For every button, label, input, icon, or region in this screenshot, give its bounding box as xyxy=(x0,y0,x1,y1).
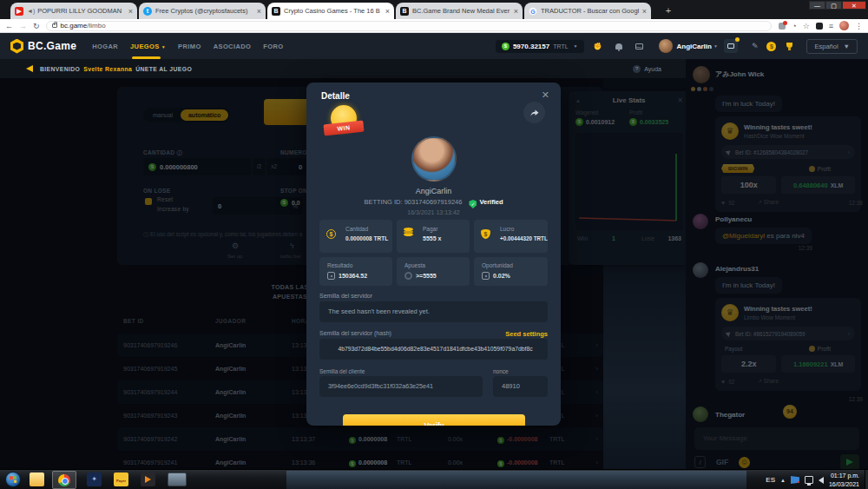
reading-list-icon[interactable]: ≡ xyxy=(829,22,833,30)
wallet-button[interactable] xyxy=(724,39,738,53)
taskbar-chrome-button[interactable] xyxy=(52,471,76,489)
close-icon[interactable]: ✕ xyxy=(542,89,549,101)
nav-foro[interactable]: FORO xyxy=(263,43,283,50)
windows-taskbar: ✦ Payer ES ▲ 01:17 p.m. 16/03/2021 xyxy=(0,469,868,489)
back-icon[interactable]: ← xyxy=(5,22,13,30)
bcgame-logo-text[interactable]: BC.Game xyxy=(28,40,76,52)
rewards-button[interactable]: ✊ xyxy=(591,39,605,53)
action-center-flag-icon[interactable] xyxy=(791,476,799,484)
browser-address-bar: ← → ↻ bc.game/limbo ◔ ☆ ≡ ⋮ xyxy=(0,19,868,33)
target-icon xyxy=(404,272,412,280)
browser-tab[interactable]: ▶ ◄) POPURRI LILLY GOODMAN × xyxy=(10,3,137,19)
reload-icon[interactable]: ↻ xyxy=(33,22,40,30)
twitter-icon: t xyxy=(143,7,152,16)
server-seed-label: Semilla del servidor xyxy=(319,293,372,299)
new-tab-button[interactable]: + xyxy=(660,5,677,17)
taskbar-media-player-button[interactable] xyxy=(141,472,155,486)
balance-currency: TRTL xyxy=(553,43,568,50)
chrome-icon xyxy=(58,474,70,486)
banner-username-link[interactable]: Svelte Rexanna xyxy=(83,66,132,72)
forward-icon[interactable]: → xyxy=(19,22,27,30)
bonus-coin-icon[interactable]: $ xyxy=(766,42,776,51)
header-username[interactable]: AngiCarlin xyxy=(677,43,712,50)
history-icon[interactable]: ◔ xyxy=(792,22,796,30)
server-seed-hash-label: Semilla del servidor (hash) xyxy=(319,330,391,336)
tab-close-icon[interactable]: × xyxy=(128,7,133,16)
taskbar-app-button[interactable] xyxy=(168,472,187,486)
url-omnibox[interactable]: bc.game/limbo xyxy=(46,21,773,31)
help-button[interactable]: ? Ayuda xyxy=(633,65,661,73)
minimize-button[interactable]: — xyxy=(809,1,825,10)
close-window-button[interactable]: ✕ xyxy=(842,1,866,10)
server-seed-field[interactable]: The seed hasn't been revealed yet. xyxy=(319,301,548,322)
share-arrow-icon xyxy=(529,108,540,118)
stat-card-lucro: $ Lucro +0.00444320 TRTL xyxy=(474,220,548,253)
taskbar-player-app-button[interactable]: Payer xyxy=(114,472,128,486)
maximize-button[interactable]: ▢ xyxy=(825,1,842,10)
inbox-button[interactable] xyxy=(633,39,647,53)
notifications-button[interactable] xyxy=(612,39,626,53)
stat-card-pagar: Pagar 5555 x xyxy=(397,220,470,253)
nav-juegos[interactable]: JUEGOS▼ xyxy=(130,43,166,50)
taskbar-clock[interactable]: 01:17 p.m. 16/03/2021 xyxy=(829,472,865,487)
win-badge: WIN xyxy=(324,105,364,140)
tab-close-icon[interactable]: × xyxy=(257,7,261,16)
browser-tab-active[interactable]: B Crypto Casino Games - The 16 B × xyxy=(267,3,394,19)
stat-card-apuesta: Apuesta >=5555 xyxy=(397,257,470,286)
start-button[interactable] xyxy=(5,472,21,487)
browser-profile-avatar[interactable] xyxy=(839,21,849,30)
trtl-coin-icon: $ xyxy=(502,43,510,50)
taskbar-explorer-button[interactable] xyxy=(30,472,44,486)
betting-id: BETTING ID: 9031740697919246✓Verified xyxy=(306,198,561,208)
stat-card-oportunidad: Oportunidad 0.02% xyxy=(474,257,548,286)
avatar[interactable] xyxy=(659,39,673,53)
tray-expand-icon[interactable]: ▲ xyxy=(780,478,786,483)
browser-tab-strip: ▶ ◄) POPURRI LILLY GOODMAN × t Free Cryp… xyxy=(0,0,868,19)
google-icon: G xyxy=(529,7,537,16)
dice-icon xyxy=(327,272,335,280)
modal-overlay[interactable] xyxy=(686,59,868,469)
bcgame-logo-icon[interactable] xyxy=(10,39,23,54)
nonce-label: nonce xyxy=(493,368,509,374)
browser-tab[interactable]: B BC.Game Brand New Medal Ever × xyxy=(396,3,523,19)
money-bag-icon: $ xyxy=(481,229,490,239)
tab-close-icon[interactable]: × xyxy=(642,7,647,16)
tab-audio-icon[interactable]: ◄) xyxy=(27,8,35,14)
coin-hand-icon: $ xyxy=(326,229,336,239)
tab-close-icon[interactable]: × xyxy=(514,7,518,16)
nav-hogar[interactable]: HOGAR xyxy=(92,43,118,50)
modal-username: AngiCarlin xyxy=(306,187,561,195)
show-desktop-button[interactable] xyxy=(865,470,868,489)
browser-menu-icon[interactable]: ⋮ xyxy=(855,22,863,30)
trophy-icon[interactable] xyxy=(785,43,794,50)
keyboard-language[interactable]: ES xyxy=(766,476,775,484)
client-seed-label: Semilla del cliente xyxy=(319,368,365,374)
share-button[interactable] xyxy=(523,102,545,123)
modal-title: Detalle xyxy=(321,91,350,101)
client-seed-field[interactable]: 3f94ee6e0cd9d3fbc31f032a63e25e41 xyxy=(319,376,483,397)
seed-settings-link[interactable]: Seed settings xyxy=(505,330,548,338)
nav-asociado[interactable]: ASOCIADO xyxy=(214,43,252,50)
tab-close-icon[interactable]: × xyxy=(385,7,390,16)
adblock-icon[interactable] xyxy=(816,23,823,30)
hand-coin-icon: ✊ xyxy=(594,43,602,50)
nav-primo[interactable]: PRIMO xyxy=(178,43,201,50)
taskbar-video-app-button[interactable]: ✦ xyxy=(87,472,102,486)
nonce-field[interactable]: 48910 xyxy=(493,376,548,397)
balance-selector[interactable]: $ 5970.32157 TRTL ▼ xyxy=(496,40,584,53)
windows-flag-icon xyxy=(10,476,17,484)
verify-button[interactable]: Verify xyxy=(343,414,525,426)
browser-tab[interactable]: t Free Cryptos (@cryptosfaucets) × xyxy=(139,3,266,19)
language-selector[interactable]: Español▼ xyxy=(806,39,858,54)
bookmark-star-icon[interactable]: ☆ xyxy=(803,22,810,30)
main-nav: HOGAR JUEGOS▼ PRIMO ASOCIADO FORO xyxy=(92,43,283,50)
wallet-icon xyxy=(727,43,734,49)
youtube-icon: ▶ xyxy=(15,7,23,16)
network-icon[interactable] xyxy=(805,476,813,484)
volume-icon[interactable] xyxy=(819,477,824,484)
browser-tab[interactable]: G TRADUCTOR - Buscar con Googl × xyxy=(524,3,651,19)
server-seed-hash-field[interactable]: 4b793d72d84be55bd4d06d82e83e4517d1841dfc… xyxy=(319,339,548,360)
quill-icon[interactable]: ✎ xyxy=(752,42,759,50)
extension-icon[interactable] xyxy=(779,23,786,30)
padlock-icon[interactable] xyxy=(52,23,57,28)
